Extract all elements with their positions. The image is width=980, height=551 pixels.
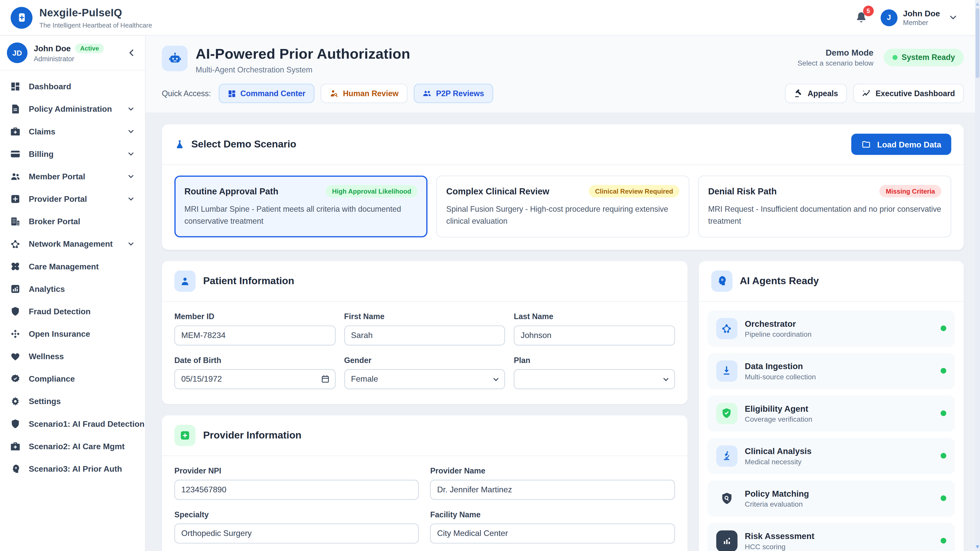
sidebar-user-text: John Doe Active Administrator — [34, 43, 104, 62]
scroll-down-arrow-icon[interactable] — [976, 545, 980, 548]
user-menu[interactable]: J John Doe Member — [880, 9, 958, 26]
p2p-reviews-button[interactable]: P2P Reviews — [414, 84, 493, 103]
head-gear-icon — [10, 463, 21, 474]
provider-name-input[interactable] — [430, 480, 675, 499]
human-review-button[interactable]: Human Review — [321, 84, 407, 103]
date-of-birth-input[interactable] — [174, 369, 335, 389]
sidebar: JD John Doe Active Administrator Dashboa… — [0, 36, 146, 551]
sidebar-user-name: John Doe — [34, 43, 71, 53]
grid-icon — [227, 89, 236, 98]
agent-row-clinical-analysis: Clinical Analysis Medical necessity — [707, 438, 955, 474]
member-id-input[interactable] — [174, 325, 335, 345]
agents-list: Orchestrator Pipeline coordination Data … — [698, 302, 964, 551]
sidebar-item-scenario3-ai-prior-auth[interactable]: Scenario3: AI Prior Auth — [0, 457, 145, 480]
user-block: John Doe Member — [903, 9, 940, 26]
avatar: JD — [7, 43, 27, 63]
sidebar-item-billing[interactable]: Billing — [0, 142, 145, 165]
sidebar-item-policy-administration[interactable]: Policy Administration — [0, 97, 145, 120]
person-search-icon — [329, 89, 339, 98]
patient-form: Member ID First Name Last Name — [162, 302, 687, 404]
network-icon — [10, 238, 21, 249]
page-scrollbar[interactable] — [975, 0, 980, 551]
facility-name-input[interactable] — [430, 524, 675, 543]
main-area: AI-Powered Prior Authorization Multi-Age… — [146, 36, 980, 551]
medical-plus-icon — [174, 425, 196, 446]
sidebar-item-care-management[interactable]: Care Management — [0, 255, 145, 277]
scenario-badge: Clinical Review Required — [589, 185, 679, 197]
command-center-button[interactable]: Command Center — [218, 84, 314, 103]
scenario-description: MRI Lumbar Spine - Patient meets all cri… — [184, 203, 417, 228]
diamond-arrows-icon — [10, 328, 21, 339]
scenario-description: Spinal Fusion Surgery - High-cost proced… — [446, 203, 679, 228]
top-bar: Nexgile-PulseIQ The Intelligent Heartbea… — [0, 0, 980, 36]
appeals-button[interactable]: Appeals — [785, 84, 847, 103]
patient-information-title: Patient Information — [203, 275, 294, 286]
chevron-down-icon — [127, 195, 135, 203]
scenario-badge: High Approval Likelihood — [326, 185, 417, 197]
last-name-input[interactable] — [514, 325, 675, 345]
scrollbar-thumb[interactable] — [976, 8, 980, 78]
bandage-icon — [10, 261, 21, 272]
ai-agents-header: AI Agents Ready — [698, 261, 964, 302]
gender-select[interactable]: Female — [344, 369, 505, 389]
chevron-down-icon — [127, 172, 135, 180]
specialty-input[interactable] — [174, 524, 419, 543]
load-demo-data-button[interactable]: Load Demo Data — [852, 134, 951, 155]
scenario-card-routine-approval[interactable]: Routine Approval Path High Approval Like… — [174, 176, 428, 237]
shield-check-icon — [716, 403, 737, 424]
agent-row-policy-matching: Policy Matching Criteria evaluation — [707, 480, 955, 516]
demo-mode-block: Demo Mode Select a scenario below — [797, 48, 873, 67]
agent-row-risk-assessment: Risk Assessment HCC scoring — [707, 523, 955, 551]
scroll-up-arrow-icon[interactable] — [976, 3, 980, 6]
page-title: AI-Powered Prior Authorization — [196, 46, 410, 62]
executive-dashboard-button[interactable]: Executive Dashboard — [853, 84, 964, 103]
sidebar-item-open-insurance[interactable]: Open Insurance — [0, 322, 145, 345]
provider-information-card: Provider Information Provider NPI Provid… — [162, 415, 687, 551]
date-of-birth-field: Date of Birth — [174, 356, 335, 389]
agent-row-data-ingestion: Data Ingestion Multi-source collection — [707, 353, 955, 389]
status-badge: Active — [75, 43, 104, 53]
briefcase-medical-icon — [10, 126, 21, 137]
sidebar-item-settings[interactable]: Settings — [0, 390, 145, 412]
sidebar-item-broker-portal[interactable]: Broker Portal — [0, 210, 145, 232]
provider-name-field: Provider Name — [430, 467, 675, 500]
provider-npi-input[interactable] — [174, 480, 419, 499]
sidebar-item-network-management[interactable]: Network Management — [0, 232, 145, 255]
sidebar-item-scenario1-ai-fraud-detection[interactable]: Scenario1: AI Fraud Detection — [0, 412, 145, 435]
sidebar-item-fraud-detection[interactable]: Fraud Detection — [0, 300, 145, 322]
online-status-dot — [941, 368, 946, 374]
sidebar-item-compliance[interactable]: Compliance — [0, 367, 145, 390]
sidebar-item-analytics[interactable]: Analytics — [0, 277, 145, 300]
trending-sparkle-icon — [862, 89, 871, 98]
sidebar-item-member-portal[interactable]: Member Portal — [0, 165, 145, 187]
gender-field: Gender Female — [344, 356, 505, 389]
chevron-down-icon — [492, 375, 500, 383]
notifications-button[interactable]: 5 — [854, 11, 868, 24]
hub-icon — [716, 318, 737, 339]
provider-form: Provider NPI Provider Name S — [162, 456, 687, 551]
folder-icon — [862, 139, 872, 149]
sidebar-item-wellness[interactable]: Wellness — [0, 345, 145, 367]
specialty-field: Specialty — [174, 510, 419, 543]
sidebar-item-dashboard[interactable]: Dashboard — [0, 75, 145, 97]
grid-icon — [10, 81, 21, 92]
sidebar-item-claims[interactable]: Claims — [0, 120, 145, 142]
people-icon — [422, 89, 432, 98]
plan-select[interactable] — [514, 369, 675, 389]
scenario-card-complex-clinical[interactable]: Complex Clinical Review Clinical Review … — [436, 176, 689, 237]
gavel-icon — [794, 89, 803, 98]
member-id-field: Member ID — [174, 312, 335, 345]
online-status-dot — [941, 326, 946, 331]
quick-access-label: Quick Access: — [162, 89, 211, 98]
sidebar-item-provider-portal[interactable]: Provider Portal — [0, 187, 145, 210]
last-name-field: Last Name — [514, 312, 675, 345]
scenario-card-denial-risk[interactable]: Denial Risk Path Missing Criteria MRI Re… — [698, 176, 951, 237]
patient-information-card: Patient Information Member ID First Name — [162, 261, 687, 404]
green-dot-icon — [892, 55, 897, 60]
sidebar-collapse-button[interactable] — [127, 48, 136, 58]
sidebar-item-scenario2-ai-care-mgmt[interactable]: Scenario2: AI Care Mgmt — [0, 435, 145, 457]
plan-field: Plan — [514, 356, 675, 389]
head-gear-icon — [711, 270, 732, 292]
online-status-dot — [941, 411, 946, 416]
first-name-input[interactable] — [344, 325, 505, 345]
